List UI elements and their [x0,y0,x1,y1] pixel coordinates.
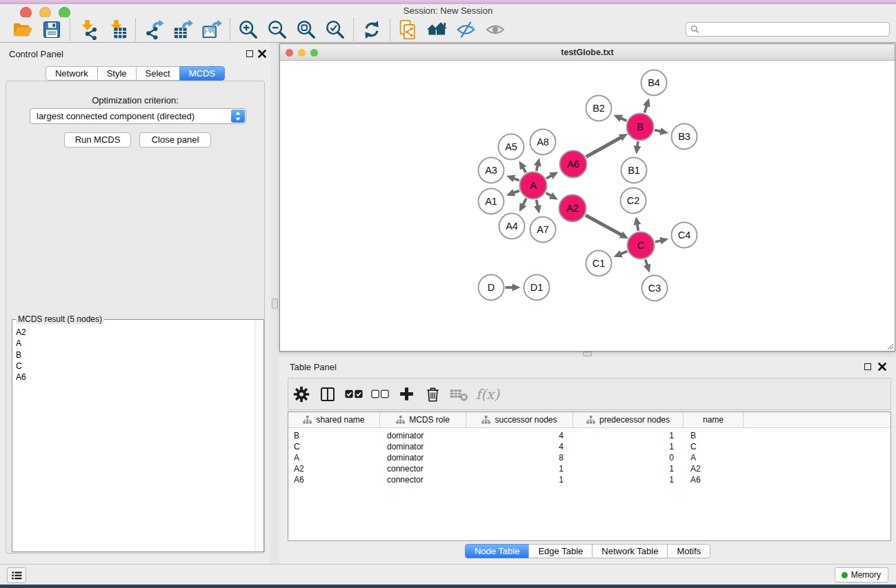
show-columns-button[interactable] [315,386,341,403]
delete-table-button[interactable] [446,387,472,402]
result-item[interactable]: B [16,349,251,361]
save-session-button[interactable] [37,18,66,41]
table-cell[interactable]: C [288,441,380,452]
table-row[interactable]: Adominator80A [288,452,890,463]
result-item[interactable]: A2 [16,327,251,338]
table-cell[interactable]: A2 [288,463,380,474]
zoom-in-button[interactable] [234,18,263,41]
graph-edge-A6-B[interactable] [586,137,621,156]
table-cell[interactable]: 1 [573,474,684,485]
table-cell[interactable]: A [684,452,744,463]
memory-button[interactable]: Memory [835,567,888,582]
search-field[interactable] [686,22,890,37]
select-all-rows-button[interactable] [341,389,367,399]
refresh-button[interactable] [357,18,386,41]
table-tab-network-table[interactable]: Network Table [592,544,668,558]
table-cell[interactable]: connector [380,463,466,474]
table-cell[interactable]: 0 [573,452,684,463]
table-cell[interactable]: 4 [466,441,573,452]
float-table-panel-icon[interactable] [864,363,871,370]
horizontal-split-handle[interactable] [583,352,592,356]
graph-edge-A2-C[interactable] [586,215,621,235]
result-scrollbar[interactable] [255,321,263,551]
float-panel-icon[interactable] [246,50,253,57]
graph-edge-A-A8[interactable] [537,165,538,171]
zoom-view-traffic-light[interactable] [310,49,318,57]
column-header-successor-nodes[interactable]: successor nodes [466,412,573,427]
control-tab-select[interactable]: Select [136,66,180,81]
graph-edge-B-B2[interactable] [621,118,627,121]
criterion-dropdown[interactable]: largest connected component (directed) [30,108,246,124]
table-row[interactable]: A2connector11A2 [288,463,890,474]
graph-edge-C-C2[interactable] [637,224,639,231]
network-canvas[interactable]: B4B2BB3A8A5A6B1A3AA1C2A2A4A7C4CC1C3DD1 [280,61,895,351]
table-cell[interactable]: 1 [573,463,684,474]
close-panel-icon[interactable] [258,50,266,58]
close-panel-button[interactable]: Close panel [139,132,211,148]
table-cell[interactable]: 1 [573,441,684,452]
table-cell[interactable]: B [684,430,744,441]
graph-edge-A-A7[interactable] [537,200,538,206]
graph-edge-B-B4[interactable] [644,105,646,113]
graph-edge-C-C3[interactable] [646,260,648,266]
table-row[interactable]: Bdominator41B [288,430,890,441]
column-header-shared-name[interactable]: shared name [288,412,380,427]
result-item[interactable]: A6 [16,372,251,383]
search-input[interactable] [702,23,889,35]
graph-edge-B-B3[interactable] [655,130,661,132]
export-image-button[interactable] [197,18,226,41]
table-cell[interactable]: 1 [466,463,573,474]
show-eye-button[interactable] [481,18,510,41]
control-tab-mcds[interactable]: MCDS [179,66,225,81]
table-cell[interactable]: 1 [573,430,684,441]
table-cell[interactable]: dominator [380,441,466,452]
zoom-fit-button[interactable] [292,18,321,41]
open-session-button[interactable] [8,18,37,41]
close-table-panel-icon[interactable] [878,363,886,371]
add-column-button[interactable] [393,386,419,402]
new-network-from-file-button[interactable] [394,18,423,41]
table-cell[interactable]: 8 [466,452,573,463]
export-table-button[interactable] [168,18,197,41]
table-cell[interactable]: dominator [380,452,466,463]
table-cell[interactable]: C [684,441,744,452]
column-header-MCDS-role[interactable]: MCDS role [380,412,466,427]
resize-grip-icon[interactable] [885,341,894,350]
graph-edge-B-B1[interactable] [637,141,638,147]
import-table-button[interactable] [103,18,132,41]
control-tab-style[interactable]: Style [97,66,137,81]
home-views-button[interactable] [423,18,452,41]
result-item[interactable]: A [16,338,251,349]
table-cell[interactable]: A [288,452,380,463]
table-row[interactable]: Cdominator41C [288,441,890,452]
column-header-name[interactable]: name [684,412,744,427]
graph-edge-A-A4[interactable] [523,199,526,205]
import-network-button[interactable] [74,18,103,41]
table-cell[interactable]: connector [380,474,466,485]
hide-selected-button[interactable] [452,18,481,41]
network-graph[interactable]: B4B2BB3A8A5A6B1A3AA1C2A2A4A7C4CC1C3DD1 [280,61,895,351]
table-cell[interactable]: A6 [684,474,744,485]
table-tab-motifs[interactable]: Motifs [667,544,710,558]
table-cell[interactable]: dominator [380,430,466,441]
minimize-view-traffic-light[interactable] [298,49,306,57]
graph-edge-C-C1[interactable] [621,251,628,254]
table-cell[interactable]: A6 [288,474,380,485]
export-network-button[interactable] [139,18,168,41]
graph-edge-A-A6[interactable] [546,176,552,179]
table-cell[interactable]: 1 [466,474,573,485]
network-window-titlebar[interactable]: testGlobe.txt [280,44,895,61]
table-cell[interactable]: B [288,430,380,441]
zoom-selected-button[interactable] [321,18,350,41]
deselect-all-rows-button[interactable] [367,389,393,399]
close-view-traffic-light[interactable] [286,49,293,57]
graph-edge-A-A1[interactable] [513,191,519,193]
table-cell[interactable]: A2 [684,463,744,474]
run-mcds-button[interactable]: Run MCDS [64,132,131,148]
table-cell[interactable]: 4 [466,430,573,441]
task-history-button[interactable] [7,567,26,583]
table-options-button[interactable] [288,386,315,403]
graph-edge-C-C4[interactable] [655,241,661,242]
control-tab-network[interactable]: Network [46,66,98,81]
table-tab-edge-table[interactable]: Edge Table [528,544,593,558]
